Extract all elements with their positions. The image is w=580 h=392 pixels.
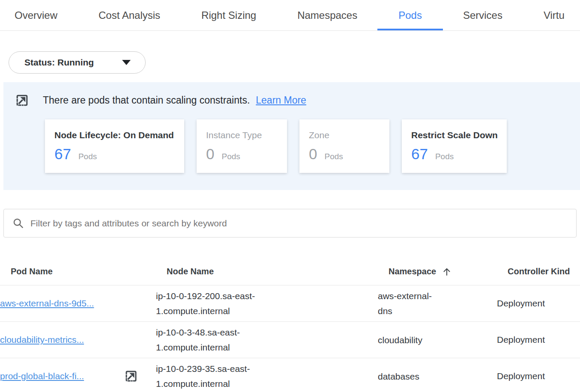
tab-right-sizing[interactable]: Right Sizing <box>201 0 256 30</box>
tab-bar: Overview Cost Analysis Right Sizing Name… <box>0 0 580 31</box>
constraint-banner: There are pods that contain scaling cons… <box>3 82 580 190</box>
card-value: 67 <box>411 146 428 163</box>
card-value: 67 <box>54 146 71 163</box>
tab-namespaces[interactable]: Namespaces <box>297 0 357 30</box>
table-header: Pod Name Node Name Namespace Controller … <box>0 258 580 285</box>
pod-name-link[interactable]: cloudability-metrics... <box>0 335 84 345</box>
card-node-lifecycle[interactable]: Node Lifecycle: On Demand 67 Pods <box>45 119 184 173</box>
tab-services[interactable]: Services <box>463 0 502 30</box>
node-name-cell: ip-10-0-3-48.sa-east-1.compute.internal <box>156 325 267 355</box>
status-filter-dropdown[interactable]: Status: Running <box>9 51 146 74</box>
learn-more-link[interactable]: Learn More <box>256 95 306 106</box>
card-value: 0 <box>309 146 317 163</box>
namespace-cell: databases <box>378 369 442 384</box>
card-title: Restrict Scale Down <box>411 130 497 140</box>
card-restrict-scale-down[interactable]: Restrict Scale Down 67 Pods <box>402 119 507 173</box>
pod-name-cell: aws-external-dns-9d5... <box>0 298 156 309</box>
sort-ascending-icon <box>442 267 452 277</box>
scaling-constraint-icon <box>14 92 30 108</box>
constraint-cards: Node Lifecycle: On Demand 67 Pods Instan… <box>45 119 580 173</box>
pod-name-link[interactable]: prod-global-black-fi... <box>0 371 84 381</box>
pod-name-cell: cloudability-metrics... <box>0 335 156 345</box>
card-title: Instance Type <box>206 130 278 140</box>
card-unit: Pods <box>221 152 240 161</box>
controller-kind-cell: Deployment <box>497 298 580 309</box>
card-unit: Pods <box>435 152 454 161</box>
tab-overview[interactable]: Overview <box>15 0 57 30</box>
banner-message: There are pods that contain scaling cons… <box>43 95 250 106</box>
column-header-node-name[interactable]: Node Name <box>167 267 389 276</box>
table-row: prod-global-black-fi... ip-10-0-239-35.s… <box>0 358 580 392</box>
namespace-cell: cloudability <box>378 333 442 347</box>
column-header-namespace-label: Namespace <box>389 267 436 276</box>
controller-kind-cell: Deployment <box>497 335 580 345</box>
controller-kind-cell: Deployment <box>497 371 580 381</box>
filter-row: Status: Running <box>9 51 580 74</box>
scaling-constraint-icon <box>123 368 139 384</box>
pod-name-link[interactable]: aws-external-dns-9d5... <box>0 298 94 309</box>
search-icon <box>12 217 24 229</box>
column-header-namespace[interactable]: Namespace <box>389 267 508 277</box>
node-name-cell: ip-10-0-239-35.sa-east-1.compute.interna… <box>156 361 267 391</box>
node-name-cell: ip-10-0-192-200.sa-east-1.compute.intern… <box>156 288 267 318</box>
card-title: Zone <box>309 130 380 140</box>
pod-name-cell: prod-global-black-fi... <box>0 368 156 384</box>
tab-virtual-machines[interactable]: Virtu <box>544 0 565 30</box>
namespace-cell: aws-external-dns <box>378 288 442 318</box>
card-instance-type[interactable]: Instance Type 0 Pods <box>197 119 287 173</box>
card-unit: Pods <box>78 152 97 161</box>
pods-table: Pod Name Node Name Namespace Controller … <box>0 258 580 392</box>
search-input[interactable] <box>30 218 568 229</box>
card-title: Node Lifecycle: On Demand <box>54 130 175 140</box>
tab-pods[interactable]: Pods <box>398 0 422 30</box>
chevron-down-icon <box>122 60 131 65</box>
tab-cost-analysis[interactable]: Cost Analysis <box>99 0 160 30</box>
column-header-pod-name[interactable]: Pod Name <box>11 267 167 276</box>
status-filter-label: Status: Running <box>24 57 94 68</box>
card-unit: Pods <box>324 152 343 161</box>
column-header-controller-kind[interactable]: Controller Kind <box>508 267 580 276</box>
search-bar <box>3 209 577 238</box>
table-row: cloudability-metrics... ip-10-0-3-48.sa-… <box>0 322 580 358</box>
card-value: 0 <box>206 146 214 163</box>
table-row: aws-external-dns-9d5... ip-10-0-192-200.… <box>0 285 580 322</box>
card-zone[interactable]: Zone 0 Pods <box>299 119 389 173</box>
